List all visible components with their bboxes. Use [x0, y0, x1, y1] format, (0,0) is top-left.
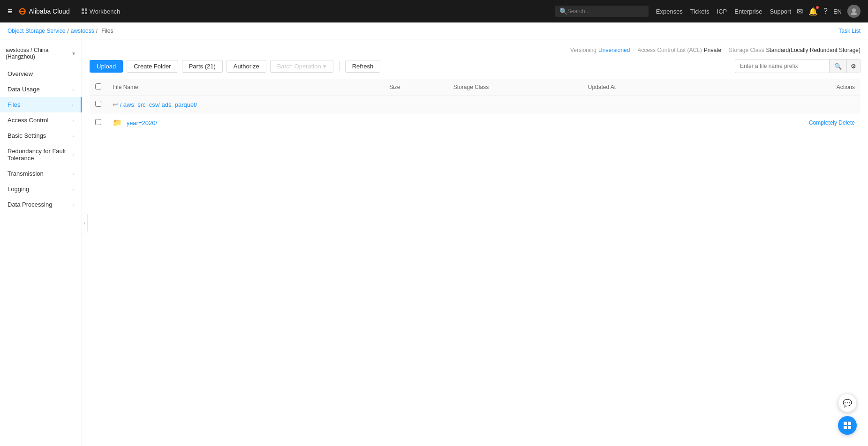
nav-row-size: [384, 96, 448, 113]
chevron-right-icon: ›: [71, 102, 73, 108]
filename-header: File Name: [107, 79, 384, 96]
select-all-header[interactable]: [90, 79, 107, 96]
logo: ⊖ Alibaba Cloud: [18, 6, 70, 17]
sidebar-collapse-button[interactable]: ‹: [82, 214, 88, 232]
chevron-right-icon: ›: [72, 171, 74, 177]
acl-value: Private: [704, 47, 721, 53]
grid-float-button[interactable]: [838, 416, 857, 435]
versioning-value: Unversioned: [598, 47, 630, 53]
breadcrumb-current: Files: [101, 28, 113, 34]
search-input[interactable]: [567, 8, 638, 15]
file-search-input[interactable]: [735, 63, 829, 69]
acl-info: Access Control List (ACL) Private: [637, 47, 721, 53]
sidebar-item-label: Basic Settings: [8, 132, 46, 139]
workbench-link[interactable]: Workbench: [81, 8, 121, 15]
sidebar-item-redundancy[interactable]: Redundancy for Fault Tolerance ›: [0, 143, 82, 166]
help-icon[interactable]: ?: [823, 7, 828, 15]
row-actions[interactable]: Completely Delete: [695, 113, 860, 132]
row-updated-at: [582, 113, 695, 132]
completely-delete-link[interactable]: Completely Delete: [809, 119, 855, 126]
sidebar-item-transmission[interactable]: Transmission ›: [0, 166, 82, 181]
bucket-info-bar: Versioning Unversioned Access Control Li…: [90, 47, 860, 53]
sidebar-item-label: Files: [8, 101, 20, 108]
row-filename[interactable]: 📁 year=2020/: [107, 113, 384, 132]
sidebar-item-basic-settings[interactable]: Basic Settings ›: [0, 128, 82, 143]
storage-class-value: Standard(Locally Redundant Storage): [766, 47, 860, 53]
nav-row-actions: [695, 96, 860, 113]
enterprise-link[interactable]: Enterprise: [734, 8, 762, 15]
global-search[interactable]: 🔍: [555, 6, 649, 17]
sidebar-item-overview[interactable]: Overview: [0, 66, 82, 82]
svg-point-4: [852, 8, 856, 12]
support-link[interactable]: Support: [770, 8, 791, 15]
chevron-right-icon: ›: [72, 133, 74, 139]
search-icon: 🔍: [834, 63, 842, 70]
svg-rect-8: [844, 426, 847, 429]
bucket-selector[interactable]: awstooss / China (Hangzhou) ▼: [0, 43, 82, 64]
avatar-icon: [850, 7, 858, 15]
breadcrumb: Object Storage Service / awstooss / File…: [8, 28, 115, 34]
dropdown-arrow-icon: ▾: [323, 63, 326, 70]
expenses-link[interactable]: Expenses: [656, 8, 683, 15]
mail-icon[interactable]: ✉: [797, 7, 803, 16]
toolbar: Upload Create Folder Parts (21) Authoriz…: [90, 59, 860, 73]
main-content: Versioning Unversioned Access Control Li…: [82, 39, 868, 446]
bell-icon[interactable]: 🔔: [808, 7, 818, 16]
breadcrumb-sep1: /: [67, 28, 68, 34]
nav-row-checkbox[interactable]: [95, 101, 101, 107]
sidebar-item-files[interactable]: Files ›: [0, 97, 82, 112]
float-buttons: 💬: [838, 394, 857, 435]
task-list-link[interactable]: Task List: [838, 28, 860, 34]
sidebar-item-logging[interactable]: Logging ›: [0, 181, 82, 197]
svg-rect-0: [82, 8, 84, 11]
row-storage-class: [448, 113, 582, 132]
nav-back-link[interactable]: / aws_src_csv/ ads_parquet/: [120, 101, 197, 108]
storage-class-info: Storage Class Standard(Locally Redundant…: [729, 47, 860, 53]
versioning-info: Versioning Unversioned: [570, 47, 630, 53]
nav-icons: ✉ 🔔 ? EN: [797, 5, 860, 18]
chevron-down-icon: ▼: [71, 51, 76, 56]
sidebar-item-data-processing[interactable]: Data Processing ›: [0, 197, 82, 212]
select-all-checkbox[interactable]: [95, 83, 101, 89]
nav-row-filename[interactable]: ↩ / aws_src_csv/ ads_parquet/: [107, 96, 384, 113]
search-settings-button[interactable]: ⚙: [846, 59, 860, 73]
search-submit-button[interactable]: 🔍: [829, 59, 846, 73]
logo-icon: ⊖: [18, 6, 26, 17]
chat-float-button[interactable]: 💬: [838, 394, 857, 412]
search-icon: 🔍: [559, 7, 567, 15]
lang-selector[interactable]: EN: [833, 8, 842, 15]
batch-operation-label: Batch Operation: [277, 63, 321, 70]
parts-button[interactable]: Parts (21): [182, 60, 223, 73]
user-avatar[interactable]: [847, 5, 860, 18]
breadcrumb-oss[interactable]: Object Storage Service: [8, 28, 65, 34]
folder-link[interactable]: year=2020/: [127, 119, 157, 126]
authorize-button[interactable]: Authorize: [226, 60, 266, 73]
toolbar-divider: [339, 61, 340, 71]
batch-operation-button[interactable]: Batch Operation ▾: [270, 60, 333, 73]
sidebar-item-data-usage[interactable]: Data Usage ›: [0, 82, 82, 97]
tickets-link[interactable]: Tickets: [690, 8, 709, 15]
workbench-icon: [81, 8, 88, 15]
grid-icon: [843, 421, 852, 430]
versioning-label: Versioning: [570, 47, 596, 53]
file-search-box[interactable]: 🔍 ⚙: [735, 59, 860, 73]
breadcrumb-bucket[interactable]: awstooss: [71, 28, 94, 34]
sidebar-item-access-control[interactable]: Access Control ›: [0, 112, 82, 128]
sidebar-item-label: Overview: [8, 70, 33, 77]
breadcrumb-bar: Object Storage Service / awstooss / File…: [0, 22, 868, 39]
upload-button[interactable]: Upload: [90, 60, 123, 73]
hamburger-menu[interactable]: ≡: [8, 7, 13, 16]
create-folder-button[interactable]: Create Folder: [127, 60, 178, 73]
table-header-row: File Name Size Storage Class Updated At …: [90, 79, 860, 96]
nav-row-updated-at: [582, 96, 695, 113]
refresh-button[interactable]: Refresh: [345, 60, 381, 73]
nav-links: Expenses Tickets ICP Enterprise Support: [656, 8, 791, 15]
size-header: Size: [384, 79, 448, 96]
breadcrumb-sep2: /: [96, 28, 98, 34]
icp-link[interactable]: ICP: [717, 8, 727, 15]
chat-icon: 💬: [843, 399, 852, 408]
svg-rect-1: [85, 8, 87, 11]
row-checkbox[interactable]: [95, 119, 101, 125]
back-arrow-icon: ↩: [113, 101, 118, 108]
svg-rect-6: [844, 422, 847, 425]
